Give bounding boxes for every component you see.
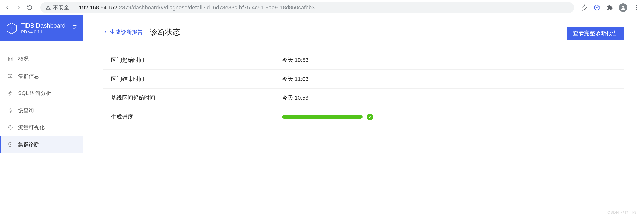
- browser-actions: [581, 3, 640, 12]
- svg-point-13: [10, 76, 11, 76]
- progress-bar: [282, 115, 363, 119]
- svg-point-12: [11, 77, 12, 78]
- svg-rect-7: [9, 59, 10, 61]
- sidebar-collapse-button[interactable]: [72, 24, 77, 31]
- table-row: 基线区间起始时间 今天 10:53: [103, 89, 624, 107]
- row-value-baseline-start: 今天 10:53: [274, 89, 624, 107]
- svg-point-1: [636, 5, 637, 6]
- svg-rect-5: [9, 57, 10, 59]
- brand-logo-icon: Ti: [7, 23, 17, 34]
- address-bar[interactable]: 不安全 | 192.168.64.152:2379/dashboard/#/di…: [40, 2, 574, 13]
- svg-rect-8: [11, 59, 12, 61]
- browser-nav-buttons: [4, 4, 33, 11]
- row-value-start-time: 今天 10:53: [274, 51, 624, 69]
- url-host: 192.168.64.152: [79, 4, 117, 11]
- reload-button[interactable]: [26, 4, 33, 11]
- svg-point-9: [9, 74, 9, 75]
- svg-point-0: [622, 6, 624, 7]
- table-row: 区间起始时间 今天 10:53: [103, 51, 624, 70]
- diagnose-info-table: 区间起始时间 今天 10:53 区间结束时间 今天 11:03 基线区间起始时间…: [103, 51, 624, 126]
- row-label-start-time: 区间起始时间: [103, 51, 274, 69]
- table-row: 生成进度: [103, 107, 624, 126]
- view-full-report-button[interactable]: 查看完整诊断报告: [567, 27, 624, 40]
- sql-analysis-icon: [8, 90, 13, 96]
- app-root: Ti TiDB Dashboard PD v4.0.11 概况 集群信: [0, 15, 644, 216]
- back-link-label: 生成诊断报告: [110, 28, 143, 36]
- sidebar-item-label: 集群信息: [18, 73, 39, 80]
- sidebar-item-overview[interactable]: 概况: [0, 50, 83, 67]
- svg-point-3: [636, 9, 637, 10]
- back-button[interactable]: [4, 4, 11, 11]
- sidebar-item-slow-query[interactable]: 慢查询: [0, 102, 83, 119]
- sidebar-item-label: SQL 语句分析: [18, 90, 51, 97]
- sidebar-item-label: 概况: [18, 55, 29, 62]
- sidebar-item-traffic-viz[interactable]: 流量可视化: [0, 119, 83, 136]
- browser-toolbar: 不安全 | 192.168.64.152:2379/dashboard/#/di…: [0, 0, 644, 15]
- sidebar-item-label: 慢查询: [18, 107, 34, 114]
- sidebar-item-diagnose[interactable]: 集群诊断: [0, 136, 83, 153]
- sidebar-item-label: 流量可视化: [18, 124, 45, 131]
- warning-icon: [45, 5, 51, 10]
- security-label: 不安全: [53, 4, 69, 11]
- sidebar-header: Ti TiDB Dashboard PD v4.0.11: [0, 15, 83, 41]
- page-title: 诊断状态: [150, 27, 180, 38]
- svg-point-10: [11, 74, 12, 75]
- row-label-progress: 生成进度: [103, 107, 274, 126]
- kebab-menu-icon[interactable]: [633, 4, 640, 11]
- sidebar-item-sql-analysis[interactable]: SQL 语句分析: [0, 85, 83, 102]
- back-link[interactable]: 生成诊断报告: [103, 28, 143, 36]
- sidebar-item-label: 集群诊断: [18, 141, 39, 148]
- traffic-viz-icon: [8, 125, 13, 130]
- arrow-left-icon: [103, 30, 108, 35]
- page-header: 生成诊断报告 诊断状态: [103, 27, 624, 38]
- svg-point-2: [636, 7, 637, 8]
- profile-avatar[interactable]: [619, 3, 627, 12]
- slow-query-icon: [8, 107, 13, 113]
- svg-point-15: [10, 127, 11, 128]
- svg-rect-6: [11, 57, 12, 59]
- row-label-end-time: 区间结束时间: [103, 70, 274, 88]
- url-path: :2379/dashboard/#/diagnose/detail?id=6d7…: [117, 4, 315, 11]
- svg-text:Ti: Ti: [10, 26, 14, 31]
- star-icon[interactable]: [581, 4, 588, 11]
- forward-button[interactable]: [15, 4, 22, 11]
- sidebar-item-cluster-info[interactable]: 集群信息: [0, 67, 83, 85]
- cube-extension-icon[interactable]: [594, 4, 600, 11]
- extensions-icon[interactable]: [606, 4, 613, 11]
- sidebar-nav: 概况 集群信息 SQL 语句分析 慢查询: [0, 41, 83, 153]
- url-divider: |: [73, 4, 75, 11]
- row-value-end-time: 今天 11:03: [274, 70, 624, 88]
- progress-indicator: [282, 114, 616, 120]
- svg-point-16: [9, 126, 12, 129]
- security-warning: 不安全: [45, 4, 69, 11]
- main-content: 生成诊断报告 诊断状态 查看完整诊断报告 区间起始时间 今天 10:53 区间结…: [83, 15, 644, 216]
- brand-subtitle: PD v4.0.11: [21, 30, 66, 35]
- success-check-icon: [367, 114, 373, 120]
- cluster-info-icon: [8, 73, 13, 79]
- svg-point-11: [9, 77, 9, 78]
- sidebar: Ti TiDB Dashboard PD v4.0.11 概况 集群信: [0, 15, 83, 216]
- overview-icon: [8, 56, 13, 62]
- svg-point-14: [10, 111, 11, 112]
- row-label-baseline-start: 基线区间起始时间: [103, 89, 274, 107]
- watermark-text: CSDN @赵广陆: [607, 210, 636, 215]
- row-value-progress: [274, 108, 624, 126]
- table-row: 区间结束时间 今天 11:03: [103, 70, 624, 89]
- brand-title: TiDB Dashboard: [21, 22, 66, 29]
- diagnose-icon: [8, 142, 13, 147]
